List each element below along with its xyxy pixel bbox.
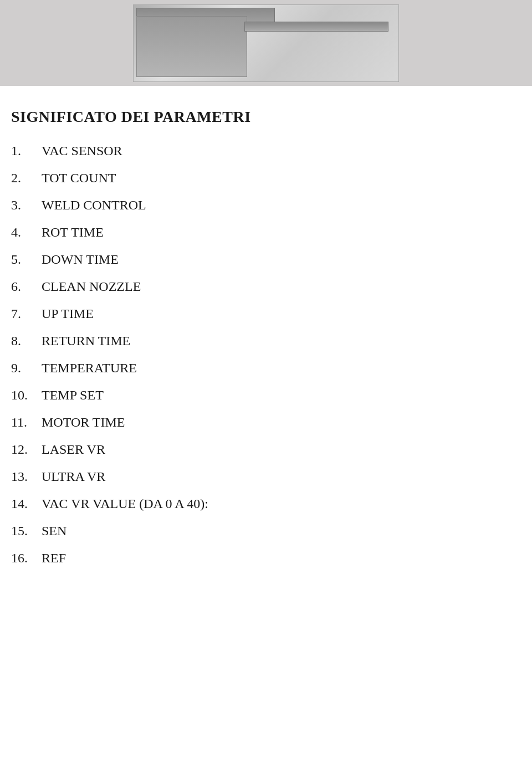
page-title: SIGNIFICATO DEI PARAMETRI (11, 108, 521, 126)
list-item: 1.VAC SENSOR (11, 143, 521, 158)
param-number: 6. (11, 279, 42, 294)
param-number: 15. (11, 524, 42, 539)
list-item: 12.LASER VR (11, 442, 521, 457)
param-number: 2. (11, 171, 42, 186)
param-number: 3. (11, 198, 42, 213)
param-number: 14. (11, 496, 42, 511)
param-label: WELD CONTROL (42, 198, 146, 213)
param-label: VAC SENSOR (42, 143, 122, 158)
param-label: RETURN TIME (42, 334, 130, 348)
param-label: MOTOR TIME (42, 415, 125, 430)
param-label: VAC VR VALUE (DA 0 A 40): (42, 496, 208, 511)
param-number: 9. (11, 361, 42, 376)
param-label: TOT COUNT (42, 171, 116, 186)
list-item: 9.TEMPERATURE (11, 361, 521, 376)
param-label: ULTRA VR (42, 469, 105, 484)
header-image (0, 0, 532, 86)
param-label: UP TIME (42, 306, 94, 321)
param-label: DOWN TIME (42, 252, 119, 267)
list-item: 7.UP TIME (11, 306, 521, 321)
param-number: 1. (11, 143, 42, 158)
list-item: 11.MOTOR TIME (11, 415, 521, 430)
list-item: 15.SEN (11, 524, 521, 539)
param-number: 5. (11, 252, 42, 267)
list-item: 6.CLEAN NOZZLE (11, 279, 521, 294)
list-item: 13.ULTRA VR (11, 469, 521, 484)
list-item: 2.TOT COUNT (11, 171, 521, 186)
parameter-list: 1.VAC SENSOR2.TOT COUNT3.WELD CONTROL4.R… (11, 143, 521, 566)
param-number: 11. (11, 415, 42, 430)
param-label: LASER VR (42, 442, 105, 457)
list-item: 16.REF (11, 551, 521, 566)
param-label: ROT TIME (42, 225, 104, 240)
param-number: 4. (11, 225, 42, 240)
param-number: 12. (11, 442, 42, 457)
list-item: 4.ROT TIME (11, 225, 521, 240)
list-item: 8.RETURN TIME (11, 334, 521, 348)
param-number: 13. (11, 469, 42, 484)
param-label: SEN (42, 524, 66, 539)
param-label: TEMP SET (42, 388, 104, 403)
param-label: CLEAN NOZZLE (42, 279, 141, 294)
param-label: TEMPERATURE (42, 361, 137, 376)
param-number: 10. (11, 388, 42, 403)
list-item: 10.TEMP SET (11, 388, 521, 403)
list-item: 5.DOWN TIME (11, 252, 521, 267)
list-item: 3.WELD CONTROL (11, 198, 521, 213)
param-number: 16. (11, 551, 42, 566)
param-number: 8. (11, 334, 42, 348)
param-label: REF (42, 551, 66, 566)
list-item: 14.VAC VR VALUE (DA 0 A 40): (11, 496, 521, 511)
param-number: 7. (11, 306, 42, 321)
